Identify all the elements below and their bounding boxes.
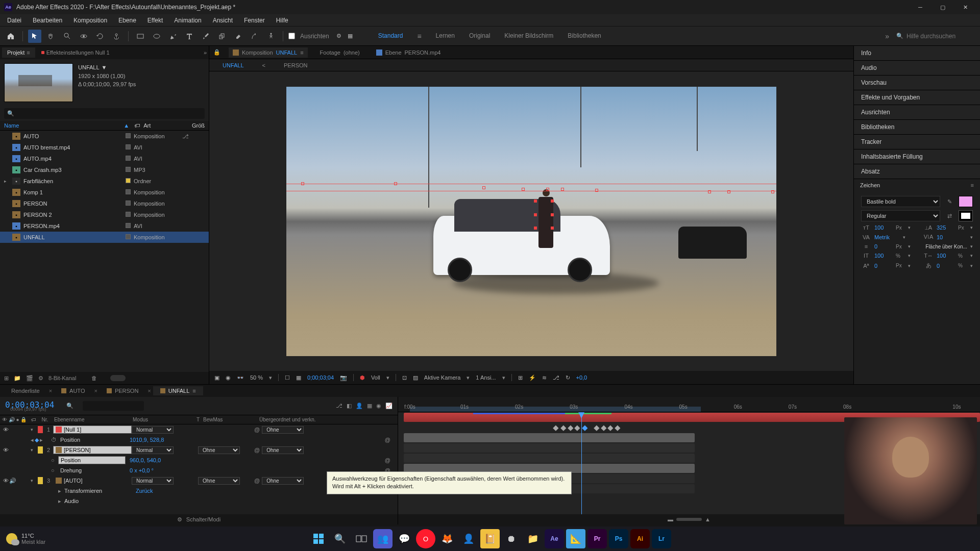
teams-icon[interactable]: 👥: [373, 529, 393, 548]
hscale-value[interactable]: 100: [937, 253, 955, 259]
snapshot-icon[interactable]: 📷: [340, 374, 347, 381]
person-layer-overlay[interactable]: [538, 197, 553, 248]
eye-header-icon[interactable]: 👁: [2, 417, 7, 422]
parent-select[interactable]: Ohne: [262, 426, 304, 434]
workspace-lernen[interactable]: Lernen: [436, 32, 455, 40]
visibility-toggle[interactable]: 👁: [2, 478, 9, 484]
label-swatch[interactable]: [126, 212, 134, 218]
transparency-icon[interactable]: ▨: [413, 374, 418, 381]
property-name[interactable]: Position: [58, 456, 126, 464]
label-swatch[interactable]: [126, 156, 134, 162]
property-group[interactable]: ▸Audio: [0, 496, 398, 506]
search-button[interactable]: 🔍: [330, 529, 350, 548]
property-name[interactable]: Drehung: [58, 467, 126, 474]
label-swatch[interactable]: [126, 167, 134, 173]
font-style-select[interactable]: Regular: [861, 210, 940, 221]
premiere-icon[interactable]: Pr: [587, 529, 607, 548]
font-size-value[interactable]: 100: [874, 224, 893, 231]
blend-mode-select[interactable]: Normal: [132, 446, 174, 454]
resolution-select[interactable]: Voll: [371, 374, 380, 381]
menu-hilfe[interactable]: Hilfe: [271, 15, 293, 26]
time-ruler[interactable]: f:00s 01s 02s 03s 04s 05s 06s 07s 08s 10…: [398, 397, 980, 412]
panel-info[interactable]: Info: [854, 46, 980, 61]
label-swatch[interactable]: [126, 178, 134, 184]
clone-tool[interactable]: [215, 30, 229, 43]
property-row[interactable]: ◂◆▸⏱Position1010,9, 528,8@: [0, 435, 398, 445]
snapping-grid[interactable]: ▦: [346, 30, 355, 43]
column-name[interactable]: Name: [4, 122, 124, 129]
label-color[interactable]: [38, 446, 43, 454]
tab-komposition[interactable]: Komposition UNFALL ≡: [229, 47, 308, 58]
start-button[interactable]: [309, 529, 328, 548]
property-row[interactable]: ○Position960,0, 540,0@: [0, 455, 398, 465]
sort-icon[interactable]: ▲: [124, 122, 129, 129]
timeline-icon[interactable]: ≋: [542, 374, 547, 381]
parent-select[interactable]: Ohne: [262, 446, 304, 454]
workspace-kleiner[interactable]: Kleiner Bildschirm: [504, 32, 553, 40]
firefox-icon[interactable]: 🦊: [437, 529, 457, 548]
next-key-icon[interactable]: ▸: [40, 437, 43, 443]
expression-icon[interactable]: @: [385, 437, 390, 443]
shy-icon[interactable]: 👤: [356, 403, 363, 409]
tab-auto[interactable]: AUTO: [54, 386, 92, 395]
visibility-toggle[interactable]: 👁: [2, 427, 9, 433]
app-icon-2[interactable]: 📔: [480, 529, 500, 548]
draft3d-icon[interactable]: ◧: [347, 403, 352, 409]
maximize-button[interactable]: ▢: [932, 1, 953, 13]
subtab-unfall[interactable]: UNFALL: [218, 61, 248, 70]
col-trkmat[interactable]: T: [193, 417, 203, 422]
grid-icon[interactable]: ▦: [296, 374, 301, 381]
baseline-value[interactable]: 0: [874, 263, 893, 269]
col-ebenenname[interactable]: Ebenenname: [52, 417, 133, 422]
snapping-checkbox[interactable]: [288, 33, 295, 39]
pickwhip-icon[interactable]: @: [254, 478, 260, 484]
mask-icon[interactable]: 👓: [237, 374, 244, 381]
group-value[interactable]: Zurück: [132, 488, 153, 494]
type-tool[interactable]: [183, 30, 196, 43]
lock-icon[interactable]: 🔒: [213, 49, 220, 56]
ellipse-tool[interactable]: [150, 30, 163, 43]
eyedropper-icon[interactable]: ✎: [944, 198, 954, 205]
menu-animation[interactable]: Animation: [169, 15, 206, 26]
motion-blur-icon[interactable]: ◉: [376, 403, 381, 409]
menu-datei[interactable]: Datei: [2, 15, 27, 26]
app-icon-3[interactable]: 📐: [566, 529, 585, 548]
workspace-standard[interactable]: Standard: [378, 32, 403, 40]
layer-name[interactable]: [AUTO]: [64, 478, 82, 484]
trash-icon[interactable]: 🗑: [91, 375, 97, 381]
column-size[interactable]: Größ: [192, 122, 205, 129]
illustrator-icon[interactable]: Ai: [630, 529, 650, 548]
panel-bibliotheken[interactable]: Bibliotheken: [854, 120, 980, 135]
label-swatch[interactable]: [126, 189, 134, 195]
label-swatch[interactable]: [126, 223, 134, 229]
project-item[interactable]: ▪PERSONKomposition: [0, 198, 209, 209]
opera-icon[interactable]: O: [416, 529, 435, 548]
speaker-header-icon[interactable]: 🔊: [9, 417, 15, 422]
menu-bearbeiten[interactable]: Bearbeiten: [28, 15, 67, 26]
timecode-display[interactable]: 0;00;03;04: [307, 374, 334, 381]
twirl-icon[interactable]: ▾: [31, 427, 37, 432]
property-value[interactable]: 0 x +0,0 °: [126, 467, 154, 473]
zoom-slider[interactable]: [676, 518, 702, 521]
parent-select[interactable]: Ohne: [262, 477, 304, 485]
panel-effekte[interactable]: Effekte und Vorgaben: [854, 90, 980, 105]
rectangle-tool[interactable]: [134, 30, 147, 43]
subtab-back[interactable]: <: [258, 61, 270, 70]
toggle-switches-icon[interactable]: ⚙: [177, 516, 182, 523]
anchor-tool[interactable]: [110, 30, 123, 43]
panel-fuellung[interactable]: Inhaltsbasierte Füllung: [854, 149, 980, 164]
project-item[interactable]: ▪AUTO bremst.mp4AVI: [0, 142, 209, 153]
weather-widget[interactable]: 11°C Meist klar: [6, 533, 45, 545]
exposure-value[interactable]: +0,0: [576, 374, 587, 381]
flowchart-icon[interactable]: ⎇: [182, 133, 189, 140]
timeline-search-input[interactable]: [83, 401, 144, 411]
project-item[interactable]: ▪UNFALLKomposition: [0, 232, 209, 243]
pen-tool[interactable]: [166, 30, 180, 43]
layer-row[interactable]: 👁▾1[Null 1]Normal@Ohne: [0, 424, 398, 435]
subtab-person[interactable]: PERSON: [280, 61, 311, 70]
fill-over-stroke[interactable]: Fläche über Kon...: [925, 244, 967, 249]
layer-list[interactable]: 👁▾1[Null 1]Normal@Ohne◂◆▸⏱Position1010,9…: [0, 424, 398, 514]
col-parent[interactable]: Übergeordnet und verkn.: [259, 417, 326, 422]
visibility-toggle[interactable]: 👁: [2, 447, 9, 453]
orbit-tool[interactable]: [77, 30, 90, 43]
